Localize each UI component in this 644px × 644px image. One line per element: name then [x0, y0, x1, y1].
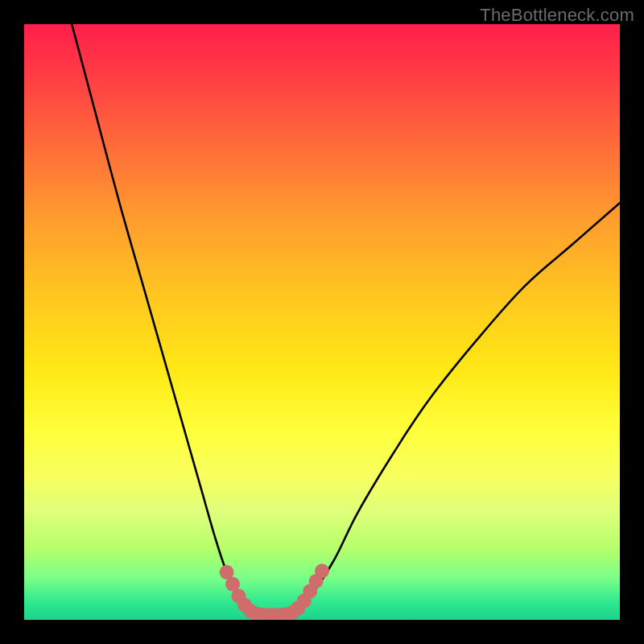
plot-area: [24, 24, 620, 620]
series-left-descending-curve: [72, 24, 247, 611]
chart-svg: [24, 24, 620, 620]
marker-dot: [315, 564, 329, 578]
chart-frame: TheBottleneck.com: [0, 0, 644, 644]
series-right-ascending-curve: [292, 203, 620, 611]
watermark-text: TheBottleneck.com: [480, 5, 634, 26]
